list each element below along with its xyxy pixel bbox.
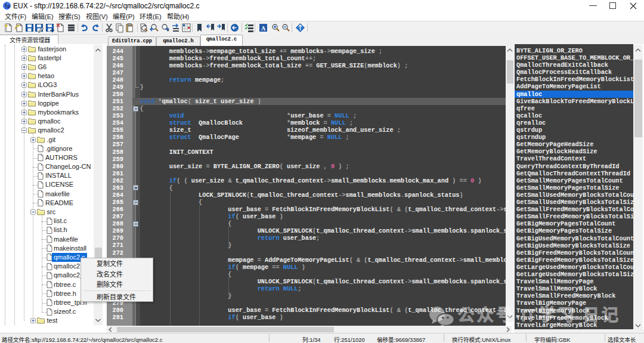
svg-text:A: A <box>261 25 266 32</box>
